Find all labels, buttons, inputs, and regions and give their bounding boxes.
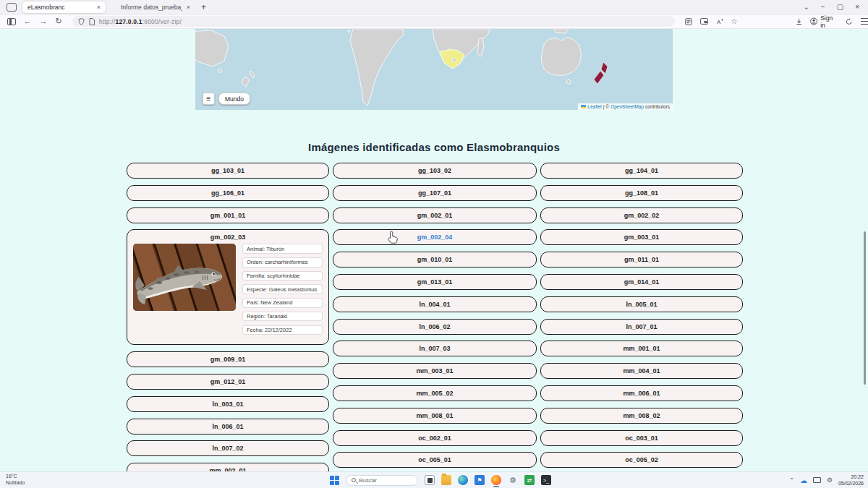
image-button[interactable]: gm_002_01 — [333, 207, 537, 223]
image-button[interactable]: ln_004_01 — [333, 296, 537, 312]
menu-icon[interactable] — [861, 18, 868, 25]
image-button[interactable]: gg_106_01 — [127, 185, 329, 201]
image-button[interactable]: mm_006_01 — [540, 385, 743, 401]
desktop: eLasmobranc × Informe datos_prueba_web_2… — [0, 0, 868, 488]
downloads-icon[interactable] — [796, 18, 802, 25]
microsoft-store-icon[interactable]: ⚑ — [475, 475, 485, 485]
leaflet-link[interactable]: Leaflet — [587, 104, 602, 109]
windows-taskbar: 16°C Nublado Buscar ⚑ ⚙ ⇄ >_ ⌃ ☁ ⚙ 20:22… — [0, 471, 868, 488]
reload-icon[interactable]: ↻ — [56, 17, 62, 25]
image-button[interactable]: oc_005_01 — [333, 452, 537, 468]
map-layers-button[interactable]: ≡ — [203, 93, 215, 105]
image-button[interactable]: gg_103_02 — [333, 163, 537, 179]
image-button[interactable]: ln_006_01 — [127, 419, 329, 435]
tray-chevron-icon[interactable]: ⌃ — [789, 477, 794, 484]
image-button[interactable]: ln_006_02 — [333, 319, 537, 335]
image-button[interactable]: gg_107_01 — [333, 185, 537, 201]
image-button[interactable]: gm_012_01 — [127, 374, 329, 390]
onedrive-cloud-icon[interactable]: ☁ — [800, 476, 807, 484]
forward-icon[interactable]: → — [40, 17, 48, 25]
grid-column-1: gg_103_01gg_106_01gm_001_01 gm_002_03 — [127, 163, 329, 485]
image-button[interactable]: ln_007_03 — [333, 341, 537, 356]
image-button[interactable]: gm_010_01 — [333, 252, 537, 267]
edge-browser-icon[interactable] — [458, 475, 468, 485]
shield-icon[interactable] — [78, 18, 85, 25]
expanded-image-card[interactable]: gm_002_03 — [127, 229, 329, 345]
maximize-button[interactable]: ▢ — [837, 3, 843, 11]
url-bar[interactable]: http://127.0.0.1:8000/ver-zip/ — [72, 16, 675, 27]
image-button[interactable]: ln_007_01 — [540, 319, 743, 335]
file-explorer-icon[interactable] — [441, 475, 451, 485]
display-icon[interactable] — [813, 477, 821, 483]
card-fields: Animal: TiburónOrden: carcharhiniformesF… — [242, 244, 323, 338]
image-button[interactable]: gg_103_01 — [127, 163, 329, 179]
world-map[interactable]: ≡ Mundo Leaflet | © OpenStreetMap contri… — [195, 29, 673, 110]
sidebar-icon[interactable] — [7, 18, 16, 25]
image-button[interactable]: gm_014_01 — [540, 274, 743, 290]
account-icon — [810, 17, 817, 25]
settings-gear-icon[interactable]: ⚙ — [508, 475, 518, 485]
image-button[interactable]: mm_008_01 — [333, 408, 537, 424]
start-button[interactable] — [330, 476, 339, 485]
osm-link[interactable]: OpenStreetMap — [610, 104, 644, 109]
image-button[interactable]: gm_013_01 — [333, 274, 537, 290]
image-button[interactable]: oc_005_02 — [540, 452, 743, 468]
image-button[interactable]: gm_001_01 — [127, 207, 329, 223]
image-button[interactable]: gg_108_01 — [540, 185, 743, 201]
tab-informe[interactable]: Informe datos_prueba_web_2 - Info × — [116, 1, 195, 13]
sync-icon[interactable] — [846, 18, 852, 25]
image-button[interactable]: oc_003_01 — [540, 430, 743, 446]
task-view-icon[interactable] — [425, 475, 435, 485]
image-button[interactable]: mm_003_01 — [333, 363, 537, 379]
page-scrollbar[interactable] — [864, 231, 866, 385]
image-button[interactable]: gg_104_01 — [540, 163, 743, 179]
col1-bottom: gm_009_01gm_012_01ln_003_01ln_006_01ln_0… — [127, 351, 329, 485]
back-icon[interactable]: ← — [24, 17, 32, 25]
account-signin-button[interactable]: Sign in — [810, 14, 838, 29]
card-field: Familia: scyliorhinidae — [242, 271, 323, 281]
mouse-cursor-hand — [388, 231, 399, 244]
ukraine-flag-icon — [581, 105, 586, 108]
tab-close-icon[interactable]: × — [97, 4, 101, 11]
close-button[interactable]: × — [855, 3, 859, 11]
card-title: gm_002_03 — [133, 234, 323, 241]
image-button[interactable]: ln_003_01 — [127, 396, 329, 412]
taskbar-clock[interactable]: 20:22 05/02/2026 — [838, 474, 864, 487]
weather-widget[interactable]: 16°C Nublado — [6, 474, 25, 487]
image-button[interactable]: mm_004_01 — [540, 363, 743, 379]
new-tab-button[interactable]: + — [201, 2, 206, 12]
browser-toolbar: ← → ↻ http://127.0.0.1:8000/ver-zip/ A ☆… — [0, 14, 868, 29]
terminal-icon[interactable]: >_ — [541, 475, 551, 485]
minimize-button[interactable]: − — [821, 3, 825, 11]
firefox-icon[interactable] — [491, 475, 501, 485]
image-button[interactable]: ln_007_02 — [127, 440, 329, 456]
image-button[interactable]: ln_005_01 — [540, 296, 743, 312]
tab-list-chevron-icon[interactable]: ⌄ — [803, 3, 809, 11]
tray-gear-icon[interactable]: ⚙ — [827, 476, 833, 484]
firefox-view-icon[interactable] — [7, 3, 17, 12]
image-button[interactable]: oc_002_01 — [333, 430, 537, 446]
image-button[interactable]: mm_005_02 — [333, 385, 537, 401]
tab-title: eLasmobranc — [27, 4, 93, 11]
image-button[interactable]: mm_001_01 — [540, 341, 743, 356]
map-world-button[interactable]: Mundo — [218, 93, 250, 105]
image-button[interactable]: gm_003_01 — [540, 229, 743, 245]
reader-icon[interactable] — [685, 18, 692, 25]
taskbar-search[interactable]: Buscar — [346, 475, 418, 486]
image-button[interactable]: gm_009_01 — [127, 351, 329, 367]
remote-app-icon[interactable]: ⇄ — [524, 475, 535, 485]
translate-icon[interactable]: A — [716, 18, 723, 25]
card-field: Animal: Tiburón — [242, 244, 323, 254]
tab-close-icon[interactable]: × — [187, 4, 190, 11]
weather-condition: Nublado — [6, 480, 25, 487]
image-button[interactable]: gm_002_04 — [333, 229, 537, 245]
bookmark-star-icon[interactable]: ☆ — [731, 17, 738, 25]
image-button[interactable]: gm_011_01 — [540, 252, 743, 267]
card-field: Fecha: 22/12/2022 — [242, 325, 323, 335]
tab-elasmobranc[interactable]: eLasmobranc × — [22, 1, 106, 13]
image-button[interactable]: gm_002_02 — [540, 207, 743, 223]
clock-time: 20:22 — [838, 474, 864, 480]
image-button[interactable]: mm_008_02 — [540, 408, 743, 424]
page-icon[interactable] — [89, 18, 95, 25]
picture-in-picture-icon[interactable] — [700, 18, 708, 25]
